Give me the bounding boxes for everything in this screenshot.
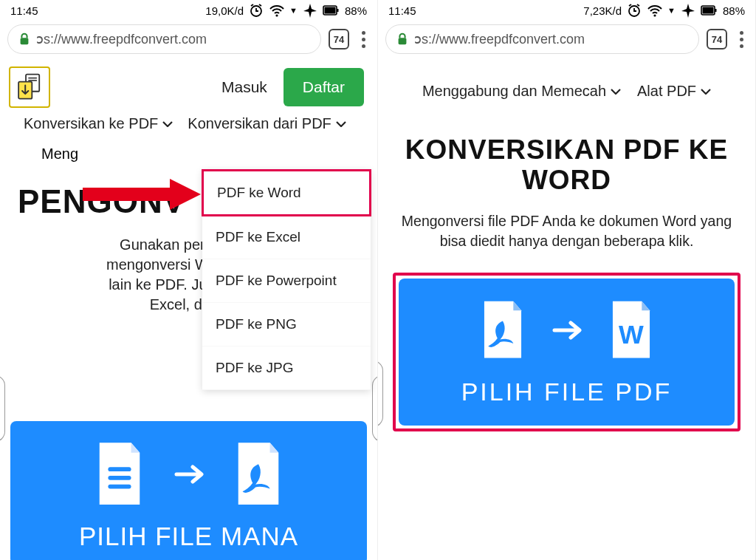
pick-file-label: PILIH FILE MANA	[18, 522, 360, 551]
nav-label: Konversikan ke PDF	[24, 115, 158, 132]
menu-icon[interactable]	[735, 31, 748, 48]
pdf-icon	[478, 299, 528, 361]
tab-count[interactable]: 74	[329, 29, 349, 49]
lock-icon	[18, 33, 30, 46]
logo-icon	[16, 73, 43, 101]
arrow-right-icon	[171, 461, 207, 488]
menu-icon[interactable]	[357, 31, 370, 48]
status-bar: 11:45 19,0K/d ▼ 88%	[0, 0, 377, 21]
url-text: ɔs://www.freepdfconvert.com	[36, 31, 207, 47]
right-screenshot: 11:45 7,23K/d ▼ 88% ɔs://www.freepdfconv…	[378, 0, 756, 560]
dropdown-item-pdf-to-powerpoint[interactable]: PDF ke Powerpoint	[202, 259, 371, 303]
dropdown-from-pdf: PDF ke Word PDF ke Excel PDF ke Powerpoi…	[202, 170, 371, 390]
nav-convert-from-pdf[interactable]: Konversikan dari PDF	[188, 115, 346, 132]
document-icon	[92, 440, 147, 508]
nav-merge-split[interactable]: Meng	[41, 146, 78, 163]
dropdown-item-pdf-to-excel[interactable]: PDF ke Excel	[202, 216, 371, 259]
url-text: ɔs://www.freepdfconvert.com	[414, 31, 585, 47]
chevron-down-icon	[611, 89, 621, 95]
battery-icon	[323, 3, 340, 18]
status-time: 11:45	[10, 4, 38, 17]
chevron-down-icon	[162, 121, 173, 127]
arrow-right-icon	[549, 317, 585, 344]
page-curl-decor	[372, 375, 377, 442]
page-content: Menggabung dan Memecah Alat PDF KONVERSI…	[378, 58, 755, 560]
nav-pdf-tools[interactable]: Alat PDF	[637, 83, 711, 100]
status-time: 11:45	[388, 4, 416, 17]
chevron-down-icon	[336, 121, 346, 127]
pick-file-button[interactable]: PILIH FILE MANA	[10, 421, 367, 560]
address-bar[interactable]: ɔs://www.freepdfconvert.com	[385, 24, 699, 54]
dropdown-item-pdf-to-word[interactable]: PDF ke Word	[202, 169, 371, 216]
wifi-icon	[269, 3, 285, 18]
annotation-highlight: PILIH FILE PDF	[393, 273, 740, 431]
airplane-icon	[302, 2, 318, 18]
airplane-icon	[680, 2, 696, 18]
nav-merge-split[interactable]: Menggabung dan Memecah	[422, 83, 621, 100]
browser-toolbar: ɔs://www.freepdfconvert.com 74	[0, 21, 377, 58]
pick-file-label: PILIH FILE PDF	[406, 378, 727, 406]
browser-toolbar: ɔs://www.freepdfconvert.com 74	[378, 21, 755, 58]
page-content: Masuk Daftar Konversikan ke PDF Konversi…	[0, 58, 377, 560]
pick-file-button[interactable]: PILIH FILE PDF	[399, 279, 735, 426]
nav-label: Konversikan dari PDF	[188, 115, 331, 132]
dropdown-item-pdf-to-jpg[interactable]: PDF ke JPG	[202, 346, 371, 390]
left-screenshot: 11:45 19,0K/d ▼ 88% ɔs://www.freepdfconv…	[0, 0, 378, 560]
chevron-down-icon	[701, 89, 711, 95]
page-curl-decor	[0, 375, 5, 442]
address-bar[interactable]: ɔs://www.freepdfconvert.com	[7, 24, 321, 54]
nav-convert-to-pdf[interactable]: Konversikan ke PDF	[24, 115, 173, 132]
signup-button[interactable]: Daftar	[284, 68, 364, 106]
battery-icon	[701, 3, 718, 18]
page-curl-decor	[378, 361, 383, 427]
page-description: Mengonversi file PDF Anda ke dokumen Wor…	[378, 195, 755, 250]
page-title: KONVERSIKAN PDF KE WORD	[378, 100, 755, 195]
site-logo[interactable]	[9, 66, 50, 108]
login-link[interactable]: Masuk	[214, 72, 275, 102]
status-battery: 88%	[723, 4, 745, 17]
pdf-icon	[231, 440, 286, 508]
annotation-arrow-icon	[83, 179, 202, 210]
status-net: 7,23K/d	[583, 4, 622, 17]
nav-label: Menggabung dan Memecah	[422, 83, 606, 100]
wifi-icon	[647, 3, 663, 18]
status-bar: 11:45 7,23K/d ▼ 88%	[378, 0, 755, 21]
dropdown-item-pdf-to-png[interactable]: PDF ke PNG	[202, 303, 371, 346]
nav-label: Alat PDF	[637, 83, 696, 100]
tab-count[interactable]: 74	[707, 29, 727, 49]
alarm-icon	[248, 2, 264, 18]
word-icon	[606, 299, 656, 361]
alarm-icon	[626, 2, 642, 18]
status-net: 19,0K/d	[205, 4, 244, 17]
lock-icon	[396, 33, 408, 46]
status-battery: 88%	[345, 4, 367, 17]
